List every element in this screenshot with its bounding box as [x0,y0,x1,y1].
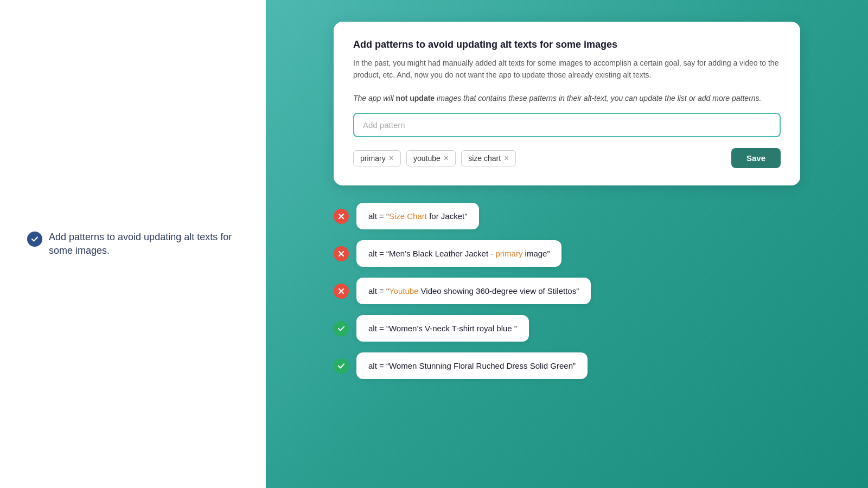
examples-area: alt = “Size Chart for Jacket” alt = “Men… [334,203,800,379]
alt-text-after: image” [522,249,550,258]
alt-text-full: alt = “Women’s V-neck T-shirt royal blue… [368,324,517,333]
example-row: alt = “Women’s V-neck T-shirt royal blue… [334,315,800,342]
status-icon-red [334,209,349,224]
alt-text-before: alt = “Men’s Black Leather Jacket - [368,249,495,258]
pattern-input[interactable] [353,113,781,137]
card-title: Add patterns to avoid updating alt texts… [353,39,781,50]
status-icon-green [334,321,349,336]
left-panel: Add patterns to avoid updating alt texts… [0,0,266,488]
tag-remove-size-chart[interactable]: × [504,154,509,163]
feature-label: Add patterns to avoid updating alt texts… [49,230,239,258]
example-row: alt = “Youtube Video showing 360-degree … [334,278,800,304]
tag-label: youtube [413,154,441,163]
alt-highlight: primary [495,249,522,258]
example-card: alt = “Men’s Black Leather Jacket - prim… [356,240,561,267]
example-card: alt = “Size Chart for Jacket” [356,203,479,229]
card-note: The app will not update images that cont… [353,92,781,104]
tag-remove-youtube[interactable]: × [444,154,449,163]
note-bold: not update [396,94,435,102]
status-icon-green [334,358,349,374]
alt-text-before: alt = “ [368,211,389,221]
tags-row: primary × youtube × size chart × Save [353,148,781,168]
example-row: alt = “Men’s Black Leather Jacket - prim… [334,240,800,267]
tag-youtube: youtube × [406,150,456,166]
example-row: alt = “Size Chart for Jacket” [334,203,800,229]
card-description: In the past, you might had manually adde… [353,57,781,81]
alt-highlight: Size Chart [389,211,427,221]
tag-remove-primary[interactable]: × [389,154,394,163]
example-row: alt = “Women Stunning Floral Ruched Dres… [334,352,800,379]
note-before: The app will [353,94,396,102]
tag-primary: primary × [353,150,401,166]
alt-text-after: for Jacket” [427,211,467,221]
example-card: alt = “Women Stunning Floral Ruched Dres… [356,352,588,379]
alt-highlight: Youtube [389,286,419,296]
patterns-card: Add patterns to avoid updating alt texts… [334,22,800,185]
save-button[interactable]: Save [731,148,781,168]
tag-label: primary [360,154,386,163]
example-card: alt = “Youtube Video showing 360-degree … [356,278,591,304]
right-panel: Add patterns to avoid updating alt texts… [266,0,868,488]
alt-text-after: Video showing 360-degree view of Stilett… [418,286,579,296]
alt-text-full: alt = “Women Stunning Floral Ruched Dres… [368,361,576,370]
status-icon-red [334,284,349,299]
note-after: images that contains these patterns in t… [435,94,761,102]
left-feature-item: Add patterns to avoid updating alt texts… [27,230,239,258]
alt-text-before: alt = “ [368,286,389,296]
tag-label: size chart [468,154,501,163]
tag-size-chart: size chart × [461,150,516,166]
check-icon [27,232,42,247]
status-icon-red [334,246,349,261]
example-card: alt = “Women’s V-neck T-shirt royal blue… [356,315,529,342]
